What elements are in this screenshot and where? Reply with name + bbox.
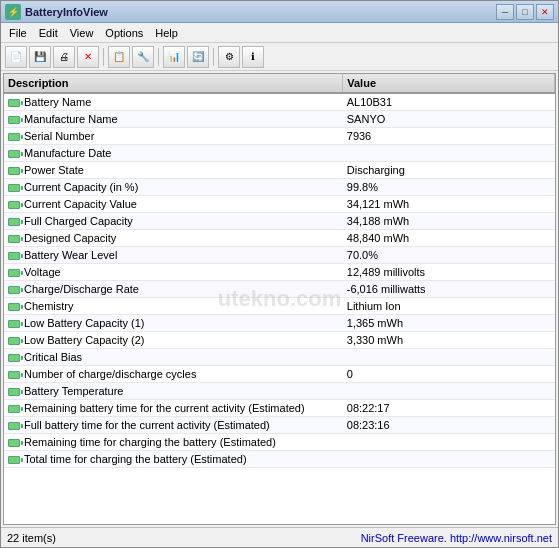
row-value: 34,121 mWh: [343, 196, 555, 213]
battery-icon: [8, 422, 20, 430]
row-desc-text: Full Charged Capacity: [24, 215, 133, 227]
battery-icon: [8, 167, 20, 175]
table-row[interactable]: Manufacture Date: [4, 145, 555, 162]
toolbar-btn-7[interactable]: 🔄: [187, 46, 209, 68]
menu-bar: File Edit View Options Help: [1, 23, 558, 43]
row-value: 1,365 mWh: [343, 315, 555, 332]
table-row[interactable]: Remaining battery time for the current a…: [4, 400, 555, 417]
table-row[interactable]: Remaining time for charging the battery …: [4, 434, 555, 451]
toolbar-separator-2: [158, 48, 159, 66]
col-header-description[interactable]: Description: [4, 74, 343, 93]
row-description: Low Battery Capacity (1): [4, 315, 343, 332]
table-row[interactable]: Low Battery Capacity (1)1,365 mWh: [4, 315, 555, 332]
battery-icon: [8, 116, 20, 124]
battery-icon: [8, 218, 20, 226]
row-description: Manufacture Date: [4, 145, 343, 162]
menu-view[interactable]: View: [64, 25, 100, 41]
row-value: 7936: [343, 128, 555, 145]
data-table-container[interactable]: Description Value Battery NameAL10B31Man…: [3, 73, 556, 525]
row-value: [343, 434, 555, 451]
menu-help[interactable]: Help: [149, 25, 184, 41]
table-row[interactable]: Power StateDischarging: [4, 162, 555, 179]
toolbar-btn-8[interactable]: ⚙: [218, 46, 240, 68]
table-row[interactable]: Full Charged Capacity34,188 mWh: [4, 213, 555, 230]
minimize-button[interactable]: ─: [496, 4, 514, 20]
table-row[interactable]: Current Capacity Value34,121 mWh: [4, 196, 555, 213]
row-description: Number of charge/discharge cycles: [4, 366, 343, 383]
col-header-value[interactable]: Value: [343, 74, 555, 93]
row-value: SANYO: [343, 111, 555, 128]
row-desc-text: Voltage: [24, 266, 61, 278]
row-desc-text: Charge/Discharge Rate: [24, 283, 139, 295]
row-description: Battery Name: [4, 93, 343, 111]
table-row[interactable]: Critical Bias: [4, 349, 555, 366]
toolbar-separator-1: [103, 48, 104, 66]
toolbar-btn-2[interactable]: 🖨: [53, 46, 75, 68]
row-desc-text: Manufacture Date: [24, 147, 111, 159]
table-row[interactable]: Manufacture NameSANYO: [4, 111, 555, 128]
title-bar-left: ⚡ BatteryInfoView: [5, 4, 108, 20]
table-row[interactable]: Number of charge/discharge cycles0: [4, 366, 555, 383]
table-row[interactable]: Full battery time for the current activi…: [4, 417, 555, 434]
row-desc-text: Manufacture Name: [24, 113, 118, 125]
row-desc-text: Number of charge/discharge cycles: [24, 368, 196, 380]
toolbar-btn-4[interactable]: 📋: [108, 46, 130, 68]
row-description: Battery Wear Level: [4, 247, 343, 264]
row-desc-text: Designed Capacity: [24, 232, 116, 244]
table-row[interactable]: ChemistryLithium Ion: [4, 298, 555, 315]
toolbar-btn-3[interactable]: ✕: [77, 46, 99, 68]
close-button[interactable]: ✕: [536, 4, 554, 20]
row-description: Low Battery Capacity (2): [4, 332, 343, 349]
row-desc-text: Total time for charging the battery (Est…: [24, 453, 247, 465]
row-value: [343, 349, 555, 366]
status-link[interactable]: NirSoft Freeware. http://www.nirsoft.net: [361, 532, 552, 544]
row-description: Chemistry: [4, 298, 343, 315]
toolbar-btn-0[interactable]: 📄: [5, 46, 27, 68]
battery-icon: [8, 184, 20, 192]
row-value: 08:22:17: [343, 400, 555, 417]
battery-icon: [8, 303, 20, 311]
battery-icon: [8, 99, 20, 107]
row-value: 3,330 mWh: [343, 332, 555, 349]
row-desc-text: Critical Bias: [24, 351, 82, 363]
table-row[interactable]: Battery NameAL10B31: [4, 93, 555, 111]
table-row[interactable]: Serial Number7936: [4, 128, 555, 145]
row-value: 12,489 millivolts: [343, 264, 555, 281]
table-row[interactable]: Low Battery Capacity (2)3,330 mWh: [4, 332, 555, 349]
row-description: Manufacture Name: [4, 111, 343, 128]
toolbar-btn-5[interactable]: 🔧: [132, 46, 154, 68]
row-desc-text: Battery Wear Level: [24, 249, 117, 261]
menu-options[interactable]: Options: [99, 25, 149, 41]
menu-file[interactable]: File: [3, 25, 33, 41]
row-value: [343, 383, 555, 400]
table-row[interactable]: Total time for charging the battery (Est…: [4, 451, 555, 468]
row-desc-text: Battery Name: [24, 96, 91, 108]
row-desc-text: Current Capacity (in %): [24, 181, 138, 193]
table-row[interactable]: Battery Temperature: [4, 383, 555, 400]
battery-icon: [8, 201, 20, 209]
row-value: [343, 451, 555, 468]
title-bar: ⚡ BatteryInfoView ─ □ ✕: [1, 1, 558, 23]
battery-icon: [8, 133, 20, 141]
table-row[interactable]: Charge/Discharge Rate-6,016 milliwatts: [4, 281, 555, 298]
row-value: 0: [343, 366, 555, 383]
menu-edit[interactable]: Edit: [33, 25, 64, 41]
toolbar-btn-1[interactable]: 💾: [29, 46, 51, 68]
toolbar: 📄 💾 🖨 ✕ 📋 🔧 📊 🔄 ⚙ ℹ: [1, 43, 558, 71]
table-row[interactable]: Designed Capacity48,840 mWh: [4, 230, 555, 247]
battery-icon: [8, 388, 20, 396]
battery-icon: [8, 235, 20, 243]
table-row[interactable]: Battery Wear Level70.0%: [4, 247, 555, 264]
table-row[interactable]: Current Capacity (in %)99.8%: [4, 179, 555, 196]
battery-icon: [8, 405, 20, 413]
row-description: Remaining time for charging the battery …: [4, 434, 343, 451]
battery-icon: [8, 150, 20, 158]
row-value: 99.8%: [343, 179, 555, 196]
toolbar-btn-6[interactable]: 📊: [163, 46, 185, 68]
battery-icon: [8, 371, 20, 379]
table-row[interactable]: Voltage12,489 millivolts: [4, 264, 555, 281]
toolbar-btn-9[interactable]: ℹ: [242, 46, 264, 68]
restore-button[interactable]: □: [516, 4, 534, 20]
row-desc-text: Full battery time for the current activi…: [24, 419, 270, 431]
battery-icon: [8, 354, 20, 362]
